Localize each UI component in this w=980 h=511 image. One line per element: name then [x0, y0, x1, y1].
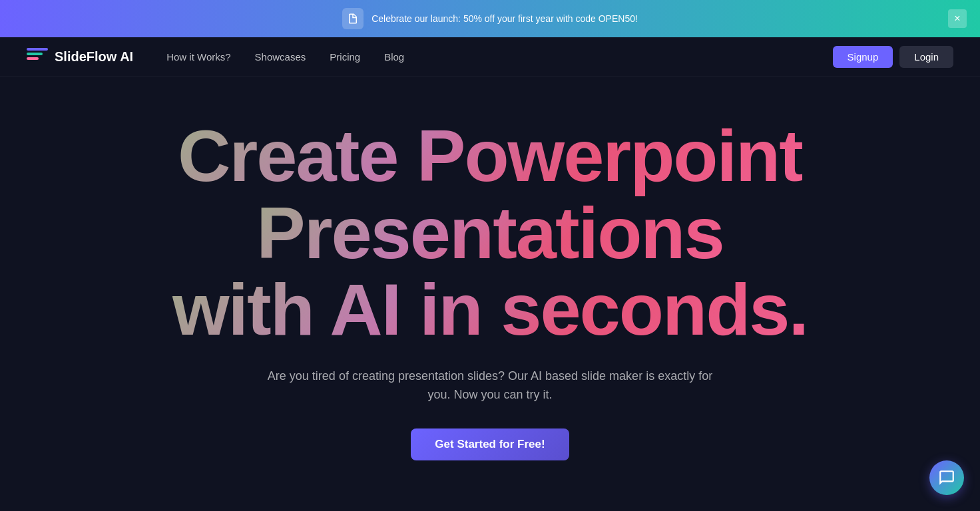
hero-title-line1: Create Powerpoint: [178, 114, 802, 196]
logo-bar-1: [27, 48, 48, 51]
nav-links: How it Works? Showcases Pricing Blog: [166, 51, 832, 63]
hero-subtitle: Are you tired of creating presentation s…: [264, 367, 716, 405]
banner-close-button[interactable]: ×: [948, 9, 967, 28]
page-wrapper: Celebrate our launch: 50% off your first…: [0, 0, 980, 511]
banner-text: Celebrate our launch: 50% off your first…: [371, 13, 638, 24]
nav-actions: Signup Login: [833, 46, 953, 68]
logo-bar-2: [27, 53, 43, 55]
logo-icon: [27, 48, 48, 67]
hero-title-line2: Presentations: [256, 192, 723, 273]
announcement-banner: Celebrate our launch: 50% off your first…: [0, 0, 980, 37]
logo-bar-3: [27, 57, 39, 60]
banner-icon: [342, 8, 364, 29]
login-button[interactable]: Login: [899, 46, 953, 68]
hero-title: Create Powerpoint Presentations with AI …: [172, 117, 808, 348]
cta-button[interactable]: Get Started for Free!: [411, 428, 569, 460]
logo-link[interactable]: SlideFlow AI: [27, 48, 133, 67]
nav-link-showcases[interactable]: Showcases: [255, 51, 306, 63]
navbar: SlideFlow AI How it Works? Showcases Pri…: [0, 37, 980, 77]
chat-icon: [938, 469, 955, 486]
hero-section: Create Powerpoint Presentations with AI …: [0, 77, 980, 487]
hero-title-line3: with AI in seconds.: [172, 268, 808, 350]
nav-link-how-it-works[interactable]: How it Works?: [166, 51, 230, 63]
nav-link-pricing[interactable]: Pricing: [330, 51, 360, 63]
document-icon: [347, 13, 359, 25]
logo-text: SlideFlow AI: [55, 49, 133, 65]
chat-bubble-button[interactable]: [929, 460, 964, 495]
nav-link-blog[interactable]: Blog: [384, 51, 404, 63]
signup-button[interactable]: Signup: [833, 46, 893, 68]
